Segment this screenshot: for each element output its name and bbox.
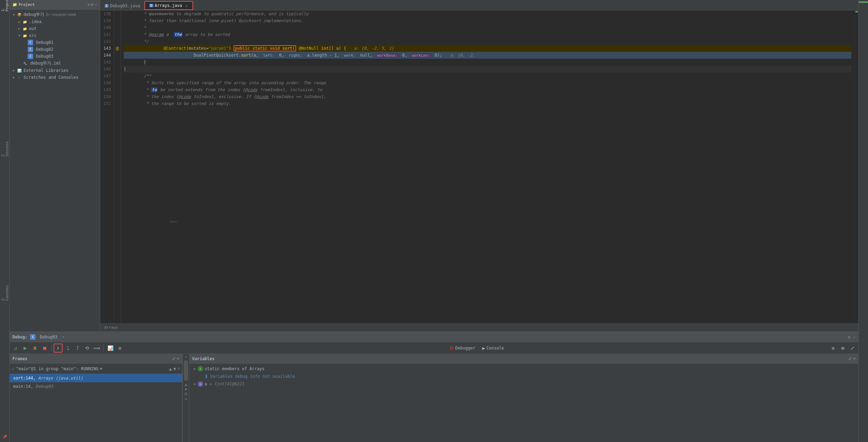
tree-src-folder[interactable]: ▼ 📁 src	[10, 32, 100, 39]
run-to-cursor-btn[interactable]: ⟲	[83, 344, 92, 353]
console-tab[interactable]: ▶ Console	[479, 344, 507, 353]
header-collapse-icon[interactable]: −	[95, 2, 97, 7]
ln-147: 147	[103, 73, 111, 79]
project-icon: 📁	[12, 2, 17, 7]
code-editor[interactable]: 138 139 140 141 142 143 144 145 146 147 …	[100, 10, 858, 323]
comment-150: * the index {@code toIndex}, exclusive. …	[124, 93, 326, 100]
settings-btn[interactable]: ≡	[115, 344, 124, 353]
stop-btn[interactable]: ⏹	[40, 344, 49, 353]
project-panel-header: 📁 Project ⚙ ⊞ −	[10, 0, 100, 10]
var-static[interactable]: ▶ s static members of Arrays	[189, 365, 858, 373]
frame-up-icon[interactable]: ▲	[169, 366, 172, 372]
arrays-tab-close[interactable]: ✕	[185, 3, 188, 8]
pin-button[interactable]: 📌	[1, 432, 9, 441]
extlib-arrow: ▶	[11, 69, 17, 72]
a-arrow[interactable]: ▶	[192, 382, 198, 386]
frames-expand-icon[interactable]: ⤢	[172, 356, 176, 361]
code-line-138: * quicksorts to degrade to quadratic per…	[124, 10, 851, 17]
tree-out-folder[interactable]: ▶ 📁 out	[10, 25, 100, 32]
toolbar-divider-2	[103, 345, 104, 352]
thread-dropdown[interactable]: ▼	[100, 366, 102, 371]
tree-root[interactable]: ▼ 📦 debug学习 D:\hspedc\deb	[10, 11, 100, 18]
code-line-144: DualPivotQuicksort.sort(a, left: 0, righ…	[124, 52, 851, 59]
gutter-142	[114, 38, 121, 45]
frame-item-sort[interactable]: sort:144, Arrays (java.util)	[10, 374, 182, 382]
step-out-btn[interactable]: ⤴	[73, 344, 82, 353]
tree-debug01[interactable]: C Debug01	[10, 39, 100, 46]
z-structure-button[interactable]: Z: Structure	[0, 145, 10, 153]
line146-content: |	[124, 66, 126, 73]
step-over-btn[interactable]: ⬇	[54, 344, 63, 353]
scroll-up-icon[interactable]: ▲	[184, 382, 188, 386]
debug-session-name: Debug03	[40, 335, 57, 339]
header-layout-icon[interactable]: ⊞	[91, 2, 94, 7]
gutter-144	[114, 52, 121, 59]
debug02-java-icon: C	[28, 47, 33, 52]
debug01-label: Debug01	[36, 40, 54, 45]
restart-btn[interactable]: ↺	[11, 344, 20, 353]
scratches-icon: ✏	[17, 75, 22, 80]
comment-148: * Sorts the specified range of the array…	[124, 79, 326, 86]
ln-138: 138	[103, 10, 111, 17]
frames-content: sort:144, Arrays (java.util) main:14, De…	[10, 374, 182, 442]
gutter-148	[114, 79, 121, 86]
static-arrow[interactable]: ▶	[192, 367, 198, 371]
debug-expand-icon[interactable]: ⤢	[848, 344, 857, 353]
ln-150: 150	[103, 93, 111, 100]
tree-iml[interactable]: 🔧 debug学习.iml	[10, 60, 100, 67]
force-step-btn[interactable]: ⟹	[92, 344, 101, 353]
iml-label: debug学习.iml	[30, 60, 61, 66]
vars-more-icon[interactable]: +	[853, 356, 856, 361]
debug-more-icon[interactable]: ≡	[829, 344, 838, 353]
tree-external-libs[interactable]: ▶ 📊 External Libraries	[10, 67, 100, 74]
frame-toolbar: ✓ "main"@1 in group "main": RUNNING ▼ ▲ …	[10, 364, 182, 374]
tree-root-arrow: ▼	[11, 13, 17, 17]
frame-item-main[interactable]: main:14, Debug03	[10, 382, 182, 391]
frames-more-icon[interactable]: +	[177, 356, 179, 361]
scroll-infinity-icon[interactable]: ∞	[184, 397, 188, 401]
tab-arrays[interactable]: C Arrays.java ✕	[144, 1, 193, 10]
scroll-down-icon[interactable]: ▼	[184, 387, 188, 391]
tree-debug02[interactable]: C Debug02	[10, 46, 100, 53]
pause-btn[interactable]: ⏸	[30, 344, 39, 353]
thread-label: "main"@1 in group "main": RUNNING	[16, 366, 98, 371]
code-line-140: *	[124, 24, 851, 31]
ln-143: 143	[103, 45, 111, 52]
debug01-java-icon: C	[28, 40, 33, 45]
scroll-thumb[interactable]	[184, 360, 188, 381]
debug-content: Frames ⤢ + ✓ "main"@1 in group "main": R…	[10, 354, 858, 442]
debug-session-close[interactable]: ✕	[62, 335, 65, 339]
scroll-circle-icon[interactable]	[185, 393, 187, 395]
right-btn-1	[859, 1, 868, 3]
console-tab-icon: ▶	[482, 345, 485, 351]
project-tool-button[interactable]: 1: Project	[0, 1, 10, 10]
out-label: out	[29, 26, 37, 31]
evaluate-btn[interactable]: 📊	[106, 344, 115, 353]
debug02-label: Debug02	[36, 47, 54, 52]
favorites-button[interactable]: 2: Favorites	[0, 289, 10, 297]
debug-settings-icon[interactable]: ⚙	[848, 335, 850, 339]
scroll-plus-icon[interactable]: +	[184, 355, 188, 359]
tree-idea-folder[interactable]: ▶ 📁 .idea	[10, 18, 100, 25]
code-line-141: * @param a the array to be sorted	[124, 31, 851, 38]
header-gear-icon[interactable]: ⚙	[87, 2, 90, 7]
gutter-145	[114, 59, 121, 66]
debugger-tab[interactable]: 🐞 Debugger	[446, 344, 478, 353]
ln-144: 144	[103, 52, 111, 59]
vars-expand-icon[interactable]: ⤢	[848, 356, 852, 361]
tab-debug03[interactable]: C Debug03.java	[100, 1, 144, 10]
frame-down-icon[interactable]: ▼	[173, 366, 176, 372]
right-scroll-indicator	[854, 10, 858, 323]
var-a[interactable]: ▶ p a = {int[4]@622}	[189, 380, 858, 388]
tree-debug03[interactable]: C Debug03	[10, 53, 100, 60]
variables-header-icons: ⤢ +	[848, 356, 856, 361]
comment-147: /**	[124, 73, 151, 79]
tree-scratches[interactable]: ▶ ✏ Scratches and Consoles	[10, 74, 100, 81]
frame-filter-icon[interactable]: ▽	[178, 366, 180, 371]
debug-layout-icon[interactable]: ⊞	[838, 344, 847, 353]
debug-minimize-icon[interactable]: −	[853, 335, 856, 339]
resume-btn[interactable]: ▶	[21, 344, 30, 353]
step-into-btn[interactable]: ⤵	[63, 344, 72, 353]
code-line-150: * the index {@code toIndex}, exclusive. …	[124, 93, 851, 100]
line145-content: }	[124, 59, 146, 66]
